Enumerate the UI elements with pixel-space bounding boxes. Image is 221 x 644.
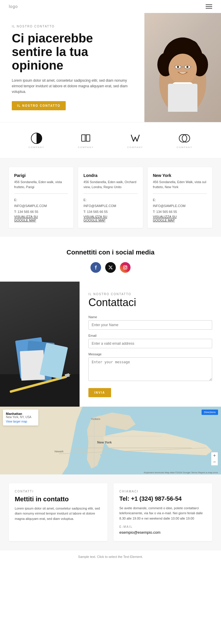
office-card-parigi: Parigi 456 Sondanella, Eden walk, vista … [9, 167, 73, 228]
stationery-illustration [0, 298, 80, 407]
contact-image [0, 282, 80, 407]
footer-sample-text: Sample text. Click to select the Text El… [78, 555, 143, 558]
office-email-label-londra: E: [83, 198, 86, 202]
svg-text:Yonkers: Yonkers [91, 418, 100, 420]
office-contact-parigi: E: INFO@SAMPLE.COM T: 134 565 66 55 [14, 197, 68, 215]
instagram-icon[interactable] [120, 262, 131, 273]
map-view-larger-link[interactable]: View larger map [6, 420, 35, 423]
map-location-sub: New York, NY, USA [6, 415, 35, 419]
logo-item-3: COMPANY [127, 132, 143, 149]
svg-rect-20 [82, 135, 85, 141]
hero-section: IL NOSTRO CONTATTO Ci piacerebbe sentire… [0, 13, 221, 122]
bottom-info-section: CONTATTI Mettiti in contatto Lorem ipsum… [0, 474, 221, 550]
office-email-newyork: INFO@SAMPLE.COM [153, 204, 186, 208]
logo-item-4: COMPANY [177, 132, 192, 149]
contact-form: Name Email Message INVIA [88, 315, 212, 397]
hero-section-label: IL NOSTRO CONTATTO [12, 25, 136, 28]
hero-text: IL NOSTRO CONTATTO Ci piacerebbe sentire… [0, 13, 144, 122]
office-phone-parigi: T: 134 565 66 55 [14, 210, 38, 213]
contact-form-section: IL NOSTRO CONTATTO Contattaci Name Email… [0, 282, 221, 407]
name-form-group: Name [88, 315, 212, 330]
map-section: New York Newark Yonkers Manhattan New Yo… [0, 407, 221, 474]
office-contact-londra: E: INFO@SAMPLE.COM T: 134 565 66 55 [83, 197, 137, 215]
offices-section: Parigi 456 Sondanella, Eden walk, vista … [0, 158, 221, 236]
bottom-card-call-label: CHIAMACI [119, 490, 206, 493]
footer: Sample text. Click to select the Text El… [0, 550, 221, 563]
hero-title: Ci piacerebbe sentire la tua opinione [12, 32, 136, 73]
hero-cta-button[interactable]: IL NOSTRO CONTATTO [12, 101, 66, 110]
svg-point-6 [171, 39, 194, 55]
office-city-newyork: New York [153, 173, 207, 178]
social-section: Connettiti con i social media [0, 237, 221, 282]
office-card-newyork: New York 456 Sondanella, Eden Walk, vist… [148, 167, 212, 228]
office-card-londra: Londra 456 Sondanella, Eden walk, Orchar… [78, 167, 143, 228]
svg-text:Newark: Newark [55, 450, 64, 453]
message-form-group: Message [88, 352, 212, 382]
company-logo-3 [129, 132, 142, 145]
office-city-parigi: Parigi [14, 173, 68, 178]
social-icons-container [9, 262, 212, 273]
office-address-parigi: 456 Sondanella, Eden walk, vista fruttet… [14, 180, 68, 189]
map-zoom-in-button[interactable]: + [211, 452, 218, 459]
facebook-icon[interactable] [90, 262, 101, 273]
office-contact-newyork: E: INFO@SAMPLE.COM T: 134 565 66 55 [153, 197, 207, 215]
svg-point-28 [126, 266, 127, 267]
svg-rect-32 [20, 350, 45, 380]
submit-button[interactable]: INVIA [88, 388, 111, 397]
office-email-londra: INFO@SAMPLE.COM [83, 204, 116, 208]
contact-form-right: IL NOSTRO CONTATTO Contattaci Name Email… [80, 282, 221, 407]
office-map-link-newyork[interactable]: VISUALIZZA SUGOOGLE MAP [153, 215, 207, 222]
contact-section-label: IL NOSTRO CONTATTO [88, 293, 131, 296]
logo-item-2: COMPANY [78, 132, 94, 149]
message-textarea[interactable] [88, 357, 212, 381]
bottom-card-contact-desc: Lorem ipsum dolor sit amet, consetetur s… [15, 506, 102, 522]
logo-item-1: COMPANY [29, 132, 44, 149]
bottom-card-contact-title: Mettiti in contatto [15, 495, 102, 503]
bottom-card-email-address: esempio@esempio.com [119, 530, 206, 535]
map-copyright: Keyboard shortcuts Map data ©2024 Google… [144, 471, 218, 474]
svg-point-7 [169, 54, 197, 84]
map-location-card: Manhattan New York, NY, USA View larger … [3, 410, 38, 426]
name-input[interactable] [88, 320, 212, 330]
logos-section: COMPANY COMPANY COMPANY COMPANY [0, 122, 221, 158]
bottom-card-phone-number: Tel: +1 (324) 987-56-54 [119, 495, 206, 502]
directions-button[interactable]: Directions [202, 410, 218, 415]
social-title: Connettiti con i social media [9, 249, 212, 256]
map-location-title: Manhattan [6, 412, 35, 415]
hero-description: Lorem ipsum dolor sit amet, consetetur s… [12, 78, 136, 95]
bottom-card-contact: CONTATTI Mettiti in contatto Lorem ipsum… [9, 483, 108, 541]
svg-point-11 [187, 66, 189, 68]
company-logo-2 [79, 132, 92, 145]
hero-person-illustration [144, 23, 221, 112]
email-form-group: Email [88, 334, 212, 348]
twitter-x-icon[interactable] [105, 262, 116, 273]
bottom-card-contact-label: CONTATTI [15, 490, 102, 493]
hero-image [144, 13, 221, 122]
office-city-londra: Londra [83, 173, 137, 178]
office-map-link-londra[interactable]: VISUALIZZA SUGOOGLE MAP [83, 215, 137, 222]
svg-point-27 [124, 267, 126, 268]
office-phone-newyork: T: 134 565 66 55 [153, 210, 177, 213]
office-email-parigi: INFO@SAMPLE.COM [14, 204, 47, 208]
office-map-link-parigi[interactable]: VISUALIZZA SUGOOGLE MAP [14, 215, 68, 222]
svg-rect-21 [86, 135, 90, 141]
contact-title: Contattaci [88, 296, 212, 309]
logo: logo [9, 4, 18, 9]
company-logo-1 [30, 132, 43, 145]
svg-rect-18 [168, 84, 197, 112]
header: logo [0, 0, 221, 13]
email-label: Email [88, 334, 212, 337]
hamburger-menu[interactable] [206, 4, 212, 9]
svg-text:New York: New York [97, 441, 112, 444]
bottom-card-email-label: E-MAIL [119, 525, 206, 528]
name-label: Name [88, 315, 212, 319]
office-email-label-newyork: E: [153, 198, 156, 202]
svg-point-10 [177, 66, 179, 68]
map-zoom-out-button[interactable]: − [211, 459, 218, 465]
message-label: Message [88, 352, 212, 356]
office-phone-londra: T: 134 565 66 55 [83, 210, 108, 213]
office-email-label-parigi: E: [14, 198, 17, 202]
bottom-card-call: CHIAMACI Tel: +1 (324) 987-56-54 Se avet… [113, 483, 212, 541]
bottom-card-call-text: Se avete domande, commenti o idee, potet… [119, 506, 206, 521]
email-input[interactable] [88, 339, 212, 348]
